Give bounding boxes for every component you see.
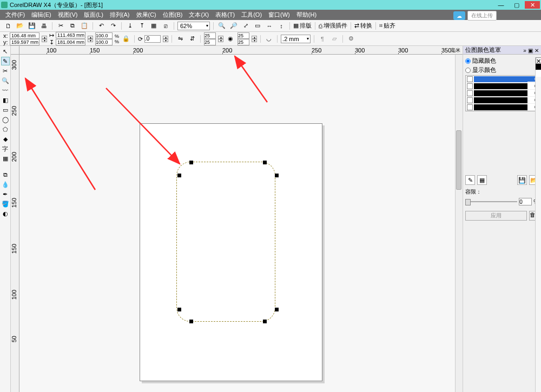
undo-icon[interactable]: ↶ xyxy=(96,21,106,31)
corner-r-spinner[interactable]: ▴▾ xyxy=(252,36,257,42)
wrap-text-icon[interactable]: ¶ xyxy=(318,34,327,44)
color-row[interactable]: 0 xyxy=(466,97,538,104)
eyedropper-icon[interactable]: 💧 xyxy=(1,180,10,189)
ellipse-tool-icon[interactable]: ◯ xyxy=(1,115,10,124)
radio-hide-color[interactable]: 隐藏颜色 xyxy=(465,57,539,65)
app-launcher-icon[interactable]: ▦ xyxy=(149,21,159,31)
crop-tool-icon[interactable]: ✂ xyxy=(1,67,10,75)
lock-ratio-icon[interactable]: 🔒 xyxy=(121,34,131,44)
outline-pen-icon[interactable]: ✒ xyxy=(1,190,10,198)
table-tool-icon[interactable]: ▦ xyxy=(1,154,10,163)
tolerance-slider[interactable] xyxy=(465,201,517,202)
enhance-plugin-button[interactable]: ⎙ 增强插件 xyxy=(319,22,347,30)
corner-l-spinner[interactable]: ▴▾ xyxy=(218,36,223,42)
vertical-ruler[interactable]: 300 250 200 150 150 100 50 xyxy=(11,55,19,392)
redo-icon[interactable]: ↷ xyxy=(108,21,118,31)
horizontal-ruler[interactable]: 100 150 200 200 250 300 300 350 毫米 xyxy=(19,46,463,55)
welcome-icon[interactable]: ⎚ xyxy=(161,21,170,31)
color-row[interactable]: 0 xyxy=(466,104,538,111)
save-icon[interactable]: 💾 xyxy=(27,21,37,31)
apply-button[interactable]: 应用 xyxy=(465,211,527,221)
docker-pin-icon[interactable]: » xyxy=(523,48,526,54)
minimize-button[interactable]: — xyxy=(493,1,509,9)
radio-show-color[interactable]: 显示颜色 xyxy=(465,66,539,74)
convert-button[interactable]: ⇄ 转换 xyxy=(354,22,372,30)
scale-x-input[interactable] xyxy=(95,32,113,39)
corner-lock-icon[interactable]: ◉ xyxy=(226,34,235,44)
tolerance-input[interactable] xyxy=(519,198,532,205)
pick-tool-icon[interactable]: ↖ xyxy=(1,47,10,56)
menu-view[interactable]: 视图(V) xyxy=(58,11,78,19)
paste-icon[interactable]: 📋 xyxy=(80,21,89,31)
menu-window[interactable]: 窗口(W) xyxy=(268,11,290,19)
polygon-tool-icon[interactable]: ⬠ xyxy=(1,125,10,134)
open-icon[interactable]: 📂 xyxy=(15,21,25,31)
x-input[interactable] xyxy=(10,32,39,39)
zoom-width-icon[interactable]: ↔ xyxy=(265,21,274,31)
cut-icon[interactable]: ✂ xyxy=(56,21,65,31)
rotation-input[interactable] xyxy=(144,35,161,43)
menu-table[interactable]: 表格(T) xyxy=(215,11,235,19)
docker-close-icon[interactable]: ✕ xyxy=(535,48,539,54)
interactive-fill-icon[interactable]: ◐ xyxy=(1,209,10,218)
outline-width-select[interactable]: .2 mm xyxy=(281,35,311,43)
smart-fill-icon[interactable]: ◧ xyxy=(1,96,10,104)
edit-color-icon[interactable]: ▦ xyxy=(477,175,487,185)
menu-bitmap[interactable]: 位图(B) xyxy=(163,11,183,19)
rot-spinner[interactable]: ▴▾ xyxy=(163,36,168,42)
options-icon[interactable]: ⚙ xyxy=(346,34,356,44)
fill-tool-icon[interactable]: 🪣 xyxy=(1,200,10,208)
mirror-h-icon[interactable]: ⇋ xyxy=(175,34,185,44)
zoom-height-icon[interactable]: ↕ xyxy=(276,21,286,31)
color-row[interactable]: 0 xyxy=(466,83,538,90)
corner-br-input[interactable] xyxy=(237,39,249,45)
scrollbar-thumb[interactable] xyxy=(456,130,461,190)
color-row[interactable]: 0 xyxy=(466,76,538,83)
zoom-out-icon[interactable]: 🔎 xyxy=(229,21,239,31)
eyedropper-mask-icon[interactable]: ✎ xyxy=(465,175,475,185)
basic-shapes-icon[interactable]: ◆ xyxy=(1,135,10,143)
menu-text[interactable]: 文本(X) xyxy=(189,11,209,19)
y-input[interactable] xyxy=(10,39,39,45)
height-input[interactable] xyxy=(56,39,85,45)
menu-help[interactable]: 帮助(H) xyxy=(296,11,316,19)
mirror-v-icon[interactable]: ⇵ xyxy=(187,34,197,44)
docker-menu-icon[interactable]: ▣ xyxy=(528,48,533,54)
corner-tl-input[interactable] xyxy=(204,32,216,39)
xy-spinner[interactable]: ▴▾ xyxy=(42,36,47,42)
color-palette[interactable]: ✕ xyxy=(535,57,541,392)
corner-bl-input[interactable] xyxy=(204,39,216,45)
zoom-page-icon[interactable]: ▭ xyxy=(253,21,262,31)
cloud-upload-badge[interactable]: ☁ 在线上传 xyxy=(453,11,497,21)
zoom-in-icon[interactable]: 🔍 xyxy=(217,21,227,31)
menu-effects[interactable]: 效果(C) xyxy=(136,11,156,19)
snap-button[interactable]: ⌗ 贴齐 xyxy=(379,22,395,30)
layout-button[interactable]: ▦ 排版 xyxy=(293,22,312,30)
front-icon[interactable]: ▱ xyxy=(329,34,339,44)
freehand-tool-icon[interactable]: 〰 xyxy=(1,86,10,95)
menu-file[interactable]: 文件(F) xyxy=(5,11,25,19)
zoom-select[interactable]: 62% xyxy=(177,22,210,30)
menu-edit[interactable]: 编辑(E) xyxy=(31,11,51,19)
rectangle-tool-icon[interactable]: ▭ xyxy=(1,105,10,114)
menu-layout[interactable]: 版面(L) xyxy=(84,11,103,19)
zoom-tool-icon[interactable]: 🔍 xyxy=(1,76,10,85)
save-mask-icon[interactable]: 💾 xyxy=(517,175,527,185)
wh-spinner[interactable]: ▴▾ xyxy=(88,36,93,42)
corner-tr-input[interactable] xyxy=(237,32,249,39)
scale-y-input[interactable] xyxy=(95,39,113,45)
maximize-button[interactable]: ▢ xyxy=(509,1,524,9)
ruler-origin[interactable] xyxy=(11,46,19,55)
interactive-blend-icon[interactable]: ⧉ xyxy=(1,170,10,179)
export-icon[interactable]: ⤒ xyxy=(137,21,147,31)
width-input[interactable] xyxy=(56,32,85,38)
to-curve-icon[interactable]: ◡ xyxy=(264,34,274,44)
copy-icon[interactable]: ⧉ xyxy=(68,21,77,31)
zoom-fit-icon[interactable]: ⤢ xyxy=(241,21,250,31)
menu-tools[interactable]: 工具(O) xyxy=(241,11,262,19)
vertical-scrollbar[interactable] xyxy=(455,55,463,392)
close-button[interactable]: ✕ xyxy=(525,1,540,9)
new-icon[interactable]: 🗋 xyxy=(3,21,13,31)
shape-tool-icon[interactable]: ✎ xyxy=(1,57,10,65)
canvas[interactable] xyxy=(19,55,455,392)
